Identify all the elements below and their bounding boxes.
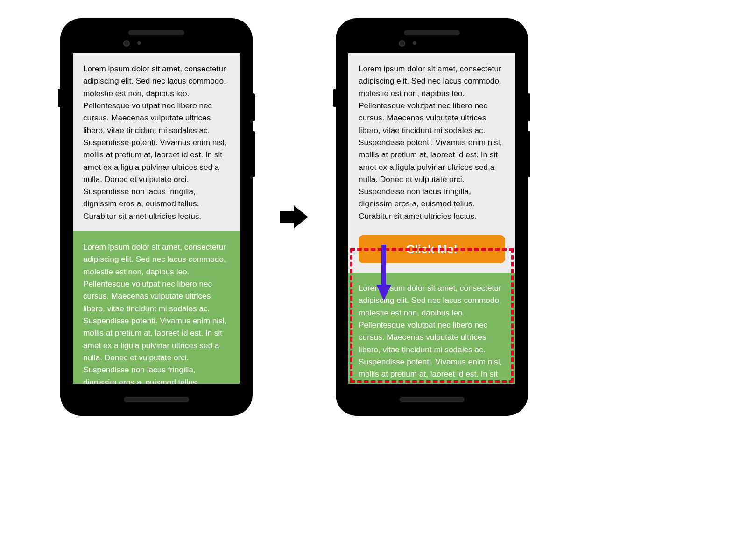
power-button bbox=[528, 93, 530, 121]
sensor-icon bbox=[413, 41, 416, 45]
paragraph-top: Lorem ipsum dolor sit amet, consectetur … bbox=[348, 53, 515, 228]
phone-inner: Lorem ipsum dolor sit amet, consectetur … bbox=[343, 25, 521, 409]
earpiece bbox=[128, 30, 184, 35]
phone-inner: Lorem ipsum dolor sit amet, consectetur … bbox=[67, 25, 246, 409]
paragraph-green: Lorem ipsum dolor sit amet, consectetur … bbox=[73, 231, 240, 384]
diagram-stage: Lorem ipsum dolor sit amet, consectetur … bbox=[61, 19, 528, 415]
side-button bbox=[58, 89, 61, 107]
side-button bbox=[333, 89, 336, 107]
home-indicator bbox=[124, 397, 189, 402]
volume-button bbox=[528, 131, 530, 177]
paragraph-top: Lorem ipsum dolor sit amet, consectetur … bbox=[73, 53, 240, 231]
svg-marker-0 bbox=[280, 206, 308, 228]
cta-label: Click Me! bbox=[406, 243, 458, 256]
camera-icon bbox=[399, 40, 405, 47]
phone-after: Lorem ipsum dolor sit amet, consectetur … bbox=[336, 19, 528, 415]
camera-icon bbox=[123, 40, 130, 47]
power-button bbox=[252, 93, 255, 121]
sensor-icon bbox=[137, 41, 141, 45]
earpiece bbox=[404, 30, 460, 35]
phone-before: Lorem ipsum dolor sit amet, consectetur … bbox=[61, 19, 252, 415]
screen[interactable]: Lorem ipsum dolor sit amet, consectetur … bbox=[348, 53, 515, 384]
click-me-button[interactable]: Click Me! bbox=[359, 235, 505, 263]
cta-zone: Click Me! bbox=[348, 228, 515, 273]
paragraph-green: Lorem ipsum dolor sit amet, consectetur … bbox=[348, 273, 515, 384]
arrow-right-icon bbox=[280, 203, 308, 231]
volume-button bbox=[252, 131, 255, 177]
home-indicator bbox=[399, 397, 465, 402]
screen[interactable]: Lorem ipsum dolor sit amet, consectetur … bbox=[73, 53, 240, 384]
